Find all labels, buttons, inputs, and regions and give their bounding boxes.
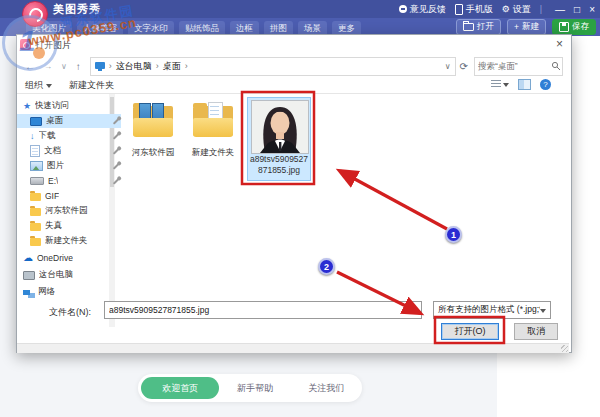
dialog-status-strip <box>17 343 569 353</box>
chevron-down-icon <box>46 84 52 88</box>
history-dropdown-icon[interactable]: ∨ <box>61 62 67 71</box>
chevron-down-icon <box>540 309 546 313</box>
dialog-toolbar: 组织 新建文件夹 ? <box>17 77 571 93</box>
sidebar-item-this-pc[interactable]: 这台电脑 <box>17 268 114 282</box>
app-title: 美图秀秀 <box>53 0 101 18</box>
divider <box>17 93 571 94</box>
screen: 美图秀秀 意见反馈 手机版 ⚙设置 | — □ × 美化图片 人像美容 文字水印… <box>0 0 600 417</box>
breadcrumb[interactable]: › 这台电脑 › 桌面 › ∨ <box>90 57 456 76</box>
search-input[interactable] <box>475 61 551 71</box>
tab-follow-us[interactable]: 关注我们 <box>291 382 362 395</box>
pin-icon <box>113 163 119 169</box>
file-folder-new-label[interactable]: 新建文件夹 <box>183 147 243 159</box>
settings-button[interactable]: ⚙设置 <box>502 3 531 16</box>
close-button[interactable]: × <box>589 4 595 15</box>
folder-hedong-icon[interactable] <box>131 99 175 141</box>
image-name-line1: a89tsv5909527 <box>249 154 309 164</box>
filename-input[interactable] <box>105 305 411 315</box>
divider: | <box>540 4 542 14</box>
chevron-down-icon <box>503 83 509 87</box>
image-name-line2: 871855.jpg <box>249 165 309 175</box>
sidebar-item-onedrive[interactable]: ☁OneDrive <box>17 251 114 265</box>
desktop-icon <box>30 117 42 126</box>
folder-icon <box>30 208 41 216</box>
filename-combobox[interactable] <box>104 301 422 319</box>
tab-welcome-home[interactable]: 欢迎首页 <box>141 377 219 399</box>
pin-icon <box>113 148 119 154</box>
sidebar-item-hedong[interactable]: 河东软件园 <box>17 204 121 218</box>
feedback-button[interactable]: 意见反馈 <box>399 3 446 16</box>
folder-icon <box>30 238 41 246</box>
breadcrumb-desktop[interactable]: 桌面 <box>163 60 181 73</box>
dialog-title: 打开图片 <box>35 35 71 55</box>
star-icon: ★ <box>23 102 31 111</box>
dialog-app-icon <box>20 39 31 50</box>
details-view-button[interactable] <box>491 80 509 89</box>
forward-icon[interactable]: → <box>44 62 52 71</box>
sidebar-item-shizhen[interactable]: 失真 <box>17 219 121 233</box>
portrait-photo <box>252 101 308 153</box>
new-canvas-button[interactable]: +新建 <box>507 19 546 35</box>
back-icon[interactable]: ← <box>25 61 35 72</box>
pin-icon <box>113 133 119 139</box>
open-button[interactable]: 打开(O) <box>441 323 499 340</box>
filetype-select[interactable]: 所有支持的图片格式 (*.jpg;*.jp <box>433 301 551 319</box>
minimize-button[interactable]: — <box>555 4 565 15</box>
phone-icon <box>455 4 463 15</box>
annotation-badge-2: 2 <box>318 258 335 275</box>
folder-new-icon[interactable] <box>191 99 235 141</box>
breadcrumb-this-pc[interactable]: 这台电脑 <box>116 60 152 73</box>
sidebar-item-pictures[interactable]: 图片 <box>17 159 121 173</box>
open-folder-icon <box>463 23 474 31</box>
folder-icon <box>30 223 41 231</box>
resize-grip[interactable] <box>561 345 568 352</box>
open-file-dialog: 打开图片 × ← → ∨ ↑ › 这台电脑 › 桌面 › ∨ ⟳ <box>16 34 572 353</box>
drive-icon <box>30 177 44 185</box>
tab-beginner-help[interactable]: 新手帮助 <box>219 382 290 395</box>
sidebar-item-network[interactable]: 网络 <box>17 285 114 299</box>
open-image-button[interactable]: 打开 <box>456 19 501 35</box>
filename-label: 文件名(N): <box>49 306 91 319</box>
preview-pane-icon[interactable] <box>518 79 531 90</box>
sidebar-item-desktop[interactable]: 桌面 <box>17 114 121 128</box>
onedrive-icon: ☁ <box>23 253 33 263</box>
plus-icon: + <box>514 22 519 32</box>
help-icon[interactable]: ? <box>540 79 551 90</box>
folder-icon <box>30 193 41 201</box>
save-icon <box>559 22 569 32</box>
dialog-close-icon[interactable]: × <box>556 37 563 51</box>
mobile-version-button[interactable]: 手机版 <box>455 3 493 16</box>
picture-icon <box>30 161 43 171</box>
annotation-badge-1: 1 <box>445 226 462 243</box>
refresh-icon[interactable]: ⟳ <box>460 61 468 72</box>
pin-icon <box>113 178 119 184</box>
sidebar-item-quick-access[interactable]: ★快速访问 <box>17 99 114 113</box>
sidebar-item-drive-e[interactable]: E:\ <box>17 174 121 188</box>
this-pc-icon <box>95 62 105 69</box>
network-icon <box>23 290 30 295</box>
up-icon[interactable]: ↑ <box>76 61 81 72</box>
address-bar: ← → ∨ ↑ › 这台电脑 › 桌面 › ∨ ⟳ <box>17 55 571 77</box>
cancel-button[interactable]: 取消 <box>514 323 558 340</box>
save-button[interactable]: 保存 <box>552 19 596 35</box>
welcome-tabbar: 欢迎首页 新手帮助 关注我们 <box>138 374 362 402</box>
image-thumbnail[interactable] <box>251 100 309 154</box>
organize-button[interactable]: 组织 <box>25 79 52 92</box>
sidebar-item-gif[interactable]: GIF <box>17 189 121 203</box>
gear-icon: ⚙ <box>502 4 510 14</box>
file-folder-hedong-label[interactable]: 河东软件园 <box>123 147 183 159</box>
chevron-down-icon[interactable] <box>411 309 417 313</box>
sidebar-item-documents[interactable]: 文档 <box>17 144 121 158</box>
feedback-icon <box>399 5 407 13</box>
search-icon <box>551 61 561 71</box>
maximize-button[interactable]: □ <box>574 4 580 15</box>
search-box[interactable] <box>474 57 563 76</box>
sidebar-item-downloads[interactable]: ↓下载 <box>17 129 121 143</box>
pin-icon <box>113 118 119 124</box>
address-dropdown-icon[interactable]: ∨ <box>445 62 451 71</box>
document-icon <box>30 145 40 157</box>
new-folder-button[interactable]: 新建文件夹 <box>69 79 114 92</box>
meitu-logo-icon <box>22 1 48 27</box>
list-view-icon <box>491 80 501 89</box>
sidebar-item-new-folder[interactable]: 新建文件夹 <box>17 234 121 248</box>
